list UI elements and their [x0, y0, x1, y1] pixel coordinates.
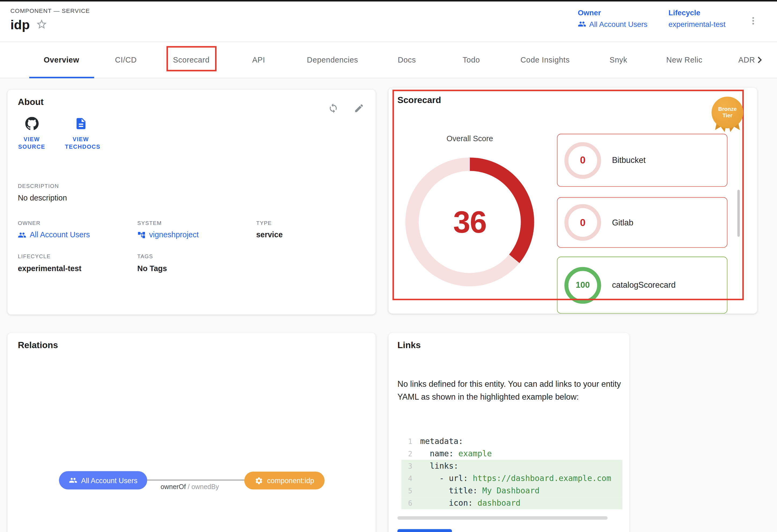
bronze-tier-label: Bronze Tier — [711, 97, 743, 128]
type-value: service — [256, 230, 283, 239]
description-label: DESCRIPTION — [18, 183, 59, 189]
scorecard-item-list: 0 Bitbucket 0 Gitlab 100 catalogScorecar… — [557, 134, 728, 313]
relations-card: Relations ownerOf / ownedBy All Account … — [7, 333, 375, 532]
scorecard-item-name: Gitlab — [612, 218, 633, 227]
code-line: 2 name: example — [402, 447, 622, 460]
header-lifecycle-value: experimental-test — [669, 20, 726, 28]
relation-node-component[interactable]: component:idp — [244, 472, 325, 489]
scorecard-title: Scorecard — [398, 95, 441, 106]
tab-cicd[interactable]: CI/CD — [115, 42, 137, 78]
scorecard-card: Scorecard Bronze Tier Overall Score 36 0… — [388, 88, 757, 314]
header-owner-block: Owner All Account Users — [578, 8, 647, 28]
scorecard-item-score: 0 — [564, 142, 601, 179]
scorecard-item-name: catalogScorecard — [612, 280, 675, 290]
tags-label: TAGS — [137, 253, 153, 259]
tab-code-insights[interactable]: Code Insights — [521, 42, 570, 78]
scorecard-item-gitlab[interactable]: 0 Gitlab — [557, 197, 728, 248]
window-top-edge — [0, 0, 777, 2]
annotation-scorecard-tab — [166, 46, 216, 72]
code-line-highlighted: 6 icon: dashboard — [402, 497, 622, 509]
entity-header: COMPONENT — SERVICE idp Owner All Accoun… — [0, 2, 777, 42]
tab-bar: Overview CI/CD Scorecard API Dependencie… — [0, 42, 777, 79]
refresh-icon[interactable] — [326, 101, 340, 115]
view-techdocs-label: VIEW TECHDOCS — [65, 136, 97, 151]
group-icon — [578, 20, 586, 28]
view-techdocs-button[interactable]: VIEW TECHDOCS — [65, 117, 97, 151]
scorecard-scrollbar[interactable] — [737, 190, 740, 237]
header-owner-link[interactable]: All Account Users — [578, 20, 647, 28]
system-tree-icon — [137, 231, 145, 239]
links-title: Links — [398, 340, 421, 351]
tab-docs[interactable]: Docs — [398, 42, 416, 78]
techdocs-document-icon — [74, 123, 88, 132]
links-card: Links No links defined for this entity. … — [388, 333, 629, 532]
relation-node-owner[interactable]: All Account Users — [59, 471, 147, 489]
view-source-button[interactable]: VIEW SOURCE — [18, 117, 45, 151]
relation-edge — [147, 480, 244, 481]
favorite-star-icon[interactable] — [36, 18, 47, 32]
page-title: idp — [10, 17, 30, 33]
active-tab-underline — [29, 77, 94, 79]
system-label: SYSTEM — [137, 220, 161, 226]
header-owner-label: Owner — [578, 8, 647, 17]
github-icon — [25, 123, 38, 132]
yaml-example-code: 1metadata: 2 name: example 3 links: 4 - … — [402, 435, 622, 509]
tags-value: No Tags — [137, 264, 167, 273]
links-empty-message: No links defined for this entity. You ca… — [398, 377, 621, 403]
owner-label: OWNER — [18, 220, 40, 226]
bronze-tier-badge: Bronze Tier — [711, 97, 743, 128]
overall-score-label: Overall Score — [420, 134, 519, 143]
edit-pencil-icon[interactable] — [351, 101, 366, 115]
code-line-highlighted: 3 links: — [402, 460, 622, 472]
scorecard-item-name: Bitbucket — [612, 156, 646, 165]
system-link[interactable]: vigneshproject — [137, 230, 199, 239]
scorecard-item-score: 0 — [564, 204, 601, 241]
lifecycle-value: experimental-test — [18, 264, 81, 273]
scorecard-item-bitbucket[interactable]: 0 Bitbucket — [557, 134, 728, 186]
tab-adr[interactable]: ADR — [738, 42, 755, 78]
about-title: About — [18, 97, 43, 108]
tab-overview[interactable]: Overview — [44, 42, 79, 78]
header-lifecycle-block: Lifecycle experimental-test — [669, 8, 726, 28]
view-source-label: VIEW SOURCE — [18, 136, 45, 151]
tabs-scroll-chevron-right-icon[interactable] — [753, 53, 766, 66]
content-area: About VIEW SOURCE VIEW TECHDOCS DESCRIPT… — [0, 78, 777, 532]
description-value: No description — [18, 194, 67, 203]
owner-link[interactable]: All Account Users — [18, 230, 90, 239]
code-horizontal-scrollbar[interactable] — [398, 516, 607, 520]
about-card: About VIEW SOURCE VIEW TECHDOCS DESCRIPT… — [7, 90, 375, 314]
relations-title: Relations — [18, 340, 58, 351]
gear-icon — [255, 477, 263, 485]
scorecard-item-catalogscorecard[interactable]: 100 catalogScorecard — [557, 257, 728, 313]
tab-new-relic[interactable]: New Relic — [666, 42, 703, 78]
clipped-blue-button[interactable] — [398, 529, 452, 532]
overall-score-value: 36 — [406, 157, 534, 286]
group-icon — [18, 231, 26, 239]
overall-score-donut: 36 — [406, 157, 534, 286]
code-line: 1metadata: — [402, 435, 622, 447]
tab-snyk[interactable]: Snyk — [609, 42, 627, 78]
breadcrumb: COMPONENT — SERVICE — [10, 7, 90, 14]
code-line-highlighted: 5 title: My Dashboard — [402, 485, 622, 497]
kebab-menu-icon[interactable] — [747, 13, 759, 28]
group-icon — [69, 476, 77, 485]
header-lifecycle-label: Lifecycle — [669, 8, 726, 17]
code-line-highlighted: 4 - url: https://dashboard.example.com — [402, 472, 622, 485]
page: COMPONENT — SERVICE idp Owner All Accoun… — [0, 0, 777, 532]
type-label: TYPE — [256, 220, 272, 226]
tab-api[interactable]: API — [252, 42, 265, 78]
lifecycle-label: LIFECYCLE — [18, 253, 50, 259]
relation-edge-label: ownerOf / ownedBy — [160, 483, 219, 491]
scorecard-item-score: 100 — [564, 267, 601, 303]
tab-dependencies[interactable]: Dependencies — [307, 42, 358, 78]
tab-todo[interactable]: Todo — [463, 42, 480, 78]
